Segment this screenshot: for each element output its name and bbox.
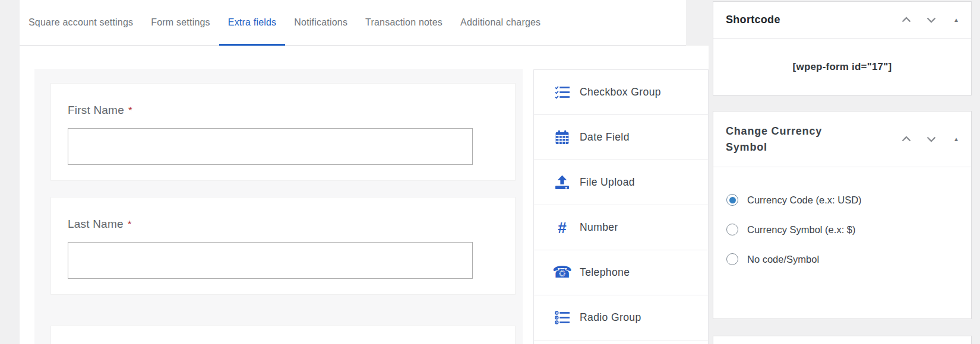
- toggle-panel-icon[interactable]: ▲: [951, 15, 961, 25]
- upload-icon: [554, 174, 570, 190]
- currency-panel-header: Change Currency Symbol ▲: [713, 112, 971, 167]
- settings-tabbar: Square account settings Form settings Ex…: [20, 0, 686, 46]
- field-type-label: File Upload: [580, 176, 635, 189]
- extra-fields-content: First Name* Last Name*: [20, 46, 709, 344]
- shortcode-value: [wpep-form id="17"]: [713, 39, 971, 95]
- field-label: Last Name*: [68, 218, 132, 231]
- next-panel-partial: [713, 336, 972, 344]
- calendar-icon: [554, 129, 570, 145]
- tab-additional-charges[interactable]: Additional charges: [451, 0, 549, 45]
- form-field-card-partial[interactable]: [50, 326, 516, 344]
- checkbox-group-icon: [554, 84, 570, 100]
- move-down-icon[interactable]: [927, 135, 936, 144]
- field-type-item-number[interactable]: # Number: [534, 205, 708, 250]
- field-label: First Name*: [68, 104, 132, 117]
- plugin-settings-page: Square account settings Form settings Ex…: [0, 0, 980, 344]
- radio-label: No code/Symbol: [747, 254, 819, 265]
- panel-controls: ▲: [902, 135, 961, 144]
- form-field-card-last-name[interactable]: Last Name*: [50, 197, 516, 295]
- radio-circle[interactable]: [726, 194, 738, 206]
- field-type-item-file-upload[interactable]: File Upload: [534, 160, 708, 205]
- telephone-icon: ☎: [554, 265, 570, 281]
- last-name-input[interactable]: [68, 242, 473, 279]
- radio-label: Currency Code (e.x: USD): [747, 195, 862, 206]
- move-up-icon[interactable]: [902, 15, 911, 25]
- move-down-icon[interactable]: [927, 15, 936, 25]
- move-up-icon[interactable]: [902, 135, 911, 144]
- settings-sidebar: Shortcode ▲ [wpep-form id="17"] Change C…: [713, 1, 972, 344]
- radio-option-currency-symbol[interactable]: Currency Symbol (e.x: $): [726, 215, 971, 244]
- tab-square-account-settings[interactable]: Square account settings: [20, 0, 142, 45]
- required-asterisk: *: [128, 105, 132, 116]
- toggle-panel-icon[interactable]: ▲: [951, 135, 961, 144]
- field-type-item-date-field[interactable]: Date Field: [534, 115, 708, 160]
- tab-notifications[interactable]: Notifications: [285, 0, 356, 45]
- currency-options: Currency Code (e.x: USD) Currency Symbol…: [713, 167, 971, 274]
- panel-title: Change Currency Symbol: [726, 123, 862, 154]
- radio-circle[interactable]: [726, 224, 738, 235]
- tab-form-settings[interactable]: Form settings: [142, 0, 219, 45]
- tab-transaction-notes[interactable]: Transaction notes: [356, 0, 451, 45]
- required-asterisk: *: [128, 219, 132, 230]
- panel-controls: ▲: [902, 15, 961, 25]
- form-field-card-first-name[interactable]: First Name*: [50, 83, 516, 181]
- radio-option-currency-code[interactable]: Currency Code (e.x: USD): [726, 185, 971, 215]
- field-type-label: Radio Group: [580, 311, 641, 324]
- shortcode-panel-header: Shortcode ▲: [713, 2, 971, 39]
- field-types-panel: Checkbox Group: [533, 69, 709, 344]
- radio-option-no-code-symbol[interactable]: No code/Symbol: [726, 244, 971, 274]
- field-type-item-checkbox-group[interactable]: Checkbox Group: [534, 70, 708, 115]
- radio-group-icon: [554, 310, 570, 326]
- currency-panel: Change Currency Symbol ▲ Currency Code (…: [713, 111, 972, 319]
- field-type-label: Checkbox Group: [580, 86, 661, 98]
- field-type-item-radio-group[interactable]: Radio Group: [534, 295, 708, 340]
- shortcode-panel: Shortcode ▲ [wpep-form id="17"]: [713, 1, 972, 95]
- field-type-item-telephone[interactable]: ☎ Telephone: [534, 250, 708, 295]
- radio-label: Currency Symbol (e.x: $): [747, 224, 855, 235]
- tab-extra-fields[interactable]: Extra fields: [219, 0, 286, 45]
- first-name-input[interactable]: [68, 128, 473, 165]
- form-builder-canvas: First Name* Last Name*: [34, 69, 523, 344]
- field-type-label: Telephone: [580, 266, 630, 279]
- field-type-label: Date Field: [580, 131, 630, 144]
- radio-circle[interactable]: [726, 253, 738, 265]
- field-type-label: Number: [580, 221, 618, 234]
- hash-icon: #: [554, 219, 570, 235]
- panel-title: Shortcode: [726, 14, 780, 26]
